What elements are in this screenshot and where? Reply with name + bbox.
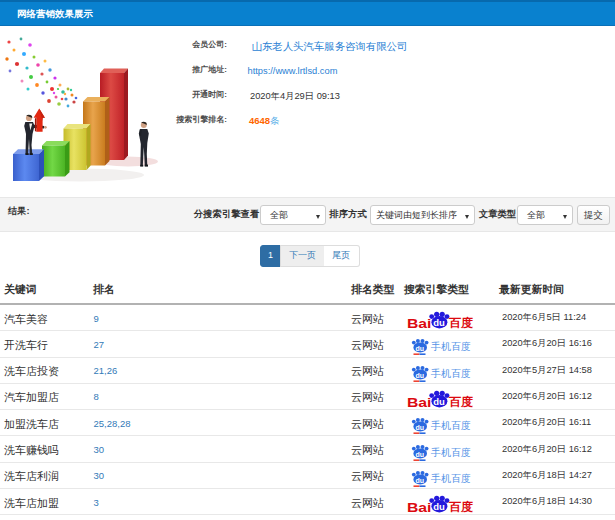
svg-text:du: du — [415, 424, 424, 431]
svg-text:手机百度: 手机百度 — [430, 447, 471, 458]
svg-text:百度: 百度 — [448, 395, 473, 409]
svg-text:du: du — [415, 345, 424, 352]
svg-text:手机百度: 手机百度 — [430, 368, 471, 379]
svg-text:Bai: Bai — [407, 316, 432, 331]
svg-text:手机百度: 手机百度 — [430, 342, 471, 353]
svg-text:手机百度: 手机百度 — [430, 420, 471, 431]
svg-text:Bai: Bai — [407, 500, 432, 515]
svg-text:du: du — [415, 371, 424, 378]
svg-text:du: du — [433, 317, 445, 328]
svg-text:du: du — [415, 450, 424, 457]
svg-text:du: du — [433, 501, 445, 512]
svg-text:du: du — [433, 396, 445, 407]
svg-text:百度: 百度 — [448, 316, 473, 330]
svg-text:百度: 百度 — [448, 500, 473, 514]
svg-text:手机百度: 手机百度 — [430, 473, 471, 484]
svg-text:Bai: Bai — [407, 394, 432, 409]
svg-text:du: du — [415, 476, 424, 483]
